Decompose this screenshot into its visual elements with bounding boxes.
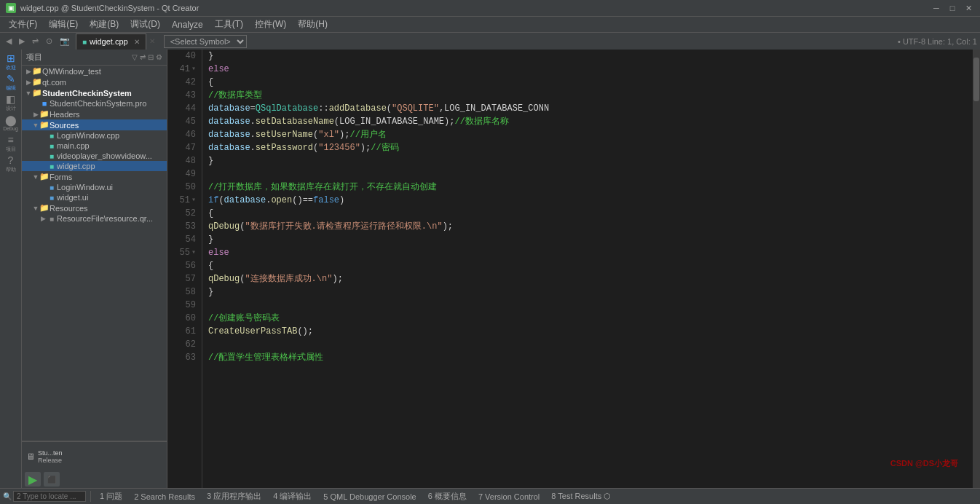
folder-icon: 📁 — [39, 203, 50, 213]
tree-item-sources[interactable]: ▼ 📁 Sources — [22, 119, 167, 130]
line-numbers: 4041▾42434445464748495051▾52535455▾56575… — [167, 50, 202, 488]
encoding-label: • UTF-8 Line: 1, Col: 1 — [898, 37, 977, 46]
tab-separator: ✕ — [149, 37, 155, 45]
tree-item-videoplayer[interactable]: ■ videoplayer_showvideow... — [22, 151, 167, 161]
sidebar-design[interactable]: ◧ 设计 — [1, 93, 20, 112]
folder-icon: 📁 — [39, 109, 50, 119]
tree-item-forms[interactable]: ▼ 📁 Forms — [22, 171, 167, 182]
close-button[interactable]: ✕ — [963, 2, 974, 14]
folder-icon: 📁 — [32, 66, 42, 76]
tree-settings-icon[interactable]: ⚙ — [156, 53, 162, 61]
tree-label: StudentCheckinSystem — [42, 89, 132, 98]
tree-sync-icon[interactable]: ⇌ — [140, 53, 146, 61]
tree-header-icons: ▽ ⇌ ⊟ ⚙ — [132, 53, 162, 61]
tree-arrow: ▼ — [32, 122, 39, 129]
debug-label: Debug — [3, 126, 18, 131]
file-icon: ■ — [39, 99, 50, 108]
project-tree-footer: 🖥 Stu...ten Release ▶ ⬛ — [22, 441, 167, 488]
window-title: widget.cpp @ StudentCheckinSystem - Qt C… — [20, 4, 199, 12]
tree-item-loginwindow-ui[interactable]: ■ LoginWindow.ui — [22, 182, 167, 192]
tree-item-loginwindow-cpp[interactable]: ■ LoginWindow.cpp — [22, 130, 167, 141]
bottom-tab-test[interactable]: 8 Test Results ⬡ — [545, 490, 617, 503]
qrc-icon: ■ — [47, 215, 57, 223]
run-button[interactable]: ▶ — [25, 472, 41, 487]
stop-button[interactable]: ⬛ — [44, 472, 60, 487]
tree-label: LoginWindow.ui — [57, 183, 113, 192]
tree-item-studentcheckin[interactable]: ▼ 📁 StudentCheckinSystem — [22, 87, 167, 98]
tree-label: qt.com — [42, 78, 66, 87]
tree-collapse-icon[interactable]: ⊟ — [148, 53, 154, 61]
bottom-tab-summary[interactable]: 6 概要信息 — [422, 489, 473, 503]
menu-file[interactable]: 文件(F) — [3, 17, 43, 32]
scrollbar-vertical[interactable] — [973, 50, 980, 488]
scrollbar-thumb[interactable] — [973, 58, 979, 101]
kit-selector[interactable]: 🖥 Stu...ten Release — [22, 441, 167, 470]
folder-icon: 📁 — [32, 88, 42, 98]
tree-item-main-cpp[interactable]: ■ main.cpp — [22, 141, 167, 151]
tab-widget-cpp[interactable]: ■ widget.cpp ✕ — [76, 34, 146, 50]
nav-home[interactable]: ⊙ — [43, 35, 55, 47]
ui-icon: ■ — [47, 184, 57, 192]
tree-label: Resources — [50, 204, 88, 213]
encoding-info: • UTF-8 Line: 1, Col: 1 — [898, 37, 977, 46]
menu-build[interactable]: 构建(B) — [84, 17, 125, 32]
bottom-tab-issues[interactable]: 1 问题 — [94, 489, 128, 503]
title-bar: widget.cpp @ StudentCheckinSystem - Qt C… — [0, 0, 980, 16]
bottom-tab-vc[interactable]: 7 Version Control — [473, 491, 545, 503]
app-icon — [6, 3, 16, 13]
menu-debug[interactable]: 调试(D) — [125, 17, 166, 32]
symbol-dropdown[interactable]: <Select Symbol> — [164, 35, 247, 48]
nav-arrows: ◀ ▶ ⇌ ⊙ 📷 — [3, 35, 76, 47]
tree-arrow: ▶ — [25, 68, 32, 75]
sidebar-edit[interactable]: ✎ 编辑 — [1, 73, 20, 92]
bottom-tab-search[interactable]: 2 Search Results — [128, 491, 201, 503]
menu-tools[interactable]: 工具(T) — [209, 17, 249, 32]
edit-label: 编辑 — [6, 84, 16, 92]
build-buttons: ▶ ⬛ — [22, 470, 167, 488]
tree-item-widget-cpp[interactable]: ■ widget.cpp — [22, 161, 167, 171]
tree-item-qmwindow[interactable]: ▶ 📁 QMWindow_test — [22, 66, 167, 76]
menu-edit[interactable]: 编辑(E) — [43, 17, 84, 32]
folder-icon: 📁 — [32, 77, 42, 87]
bottom-tab-qml[interactable]: 5 QML Debugger Console — [317, 491, 422, 503]
title-bar-left: widget.cpp @ StudentCheckinSystem - Qt C… — [6, 3, 199, 13]
menu-controls[interactable]: 控件(W) — [249, 17, 292, 32]
tree-item-resources[interactable]: ▼ 📁 Resources — [22, 202, 167, 213]
menu-help[interactable]: 帮助(H) — [292, 17, 333, 32]
tree-arrow: ▼ — [32, 173, 39, 181]
menu-analyze[interactable]: Analyze — [166, 18, 209, 31]
tree-item-qtcom[interactable]: ▶ 📁 qt.com — [22, 76, 167, 87]
tree-label: Sources — [50, 121, 79, 130]
tree-item-headers[interactable]: ▶ 📁 Headers — [22, 109, 167, 119]
tree-filter-icon[interactable]: ▽ — [132, 53, 138, 61]
tree-item-widget-ui[interactable]: ■ widget.ui — [22, 192, 167, 202]
tree-label: main.cpp — [57, 141, 90, 150]
design-icon: ◧ — [6, 94, 15, 104]
sidebar-debug[interactable]: ⬤ Debug — [1, 114, 20, 133]
tab-close-icon[interactable]: ✕ — [134, 38, 140, 46]
tree-item-resource-qrc[interactable]: ▶ ■ ResourceFile\resource.qr... — [22, 213, 167, 224]
bottom-tab-compile[interactable]: 4 编译输出 — [267, 489, 317, 503]
sidebar-project[interactable]: ≡ 项目 — [1, 134, 20, 153]
minimize-button[interactable]: ─ — [930, 2, 942, 14]
folder-icon: 📁 — [39, 120, 50, 130]
locate-input[interactable] — [13, 491, 86, 502]
code-area[interactable]: }else{ //数据库类型 database = QSqlDatabase::… — [202, 50, 980, 488]
help-icon: ? — [8, 155, 14, 165]
maximize-button[interactable]: □ — [947, 2, 958, 14]
main-layout: ⊞ 欢迎 ✎ 编辑 ◧ 设计 ⬤ Debug ≡ 项目 ? 帮助 项目 — [0, 50, 980, 488]
bottom-tab-appoutput[interactable]: 3 应用程序输出 — [201, 489, 267, 503]
sidebar-welcome[interactable]: ⊞ 欢迎 — [1, 52, 20, 71]
sidebar-help[interactable]: ? 帮助 — [1, 154, 20, 173]
nav-snapshot[interactable]: 📷 — [57, 35, 73, 47]
nav-forward[interactable]: ▶ — [16, 35, 28, 47]
nav-back[interactable]: ◀ — [3, 35, 15, 47]
debug-icon: ⬤ — [5, 115, 17, 125]
tree-label: StudentCheckinSystem.pro — [50, 99, 146, 108]
tree-arrow: ▶ — [32, 111, 39, 118]
window-controls: ─ □ ✕ — [930, 2, 974, 14]
cpp-icon: ■ — [47, 162, 57, 170]
tree-item-pro[interactable]: ■ StudentCheckinSystem.pro — [22, 98, 167, 109]
kit-build-type: Release — [38, 457, 63, 464]
nav-sync[interactable]: ⇌ — [29, 35, 42, 47]
